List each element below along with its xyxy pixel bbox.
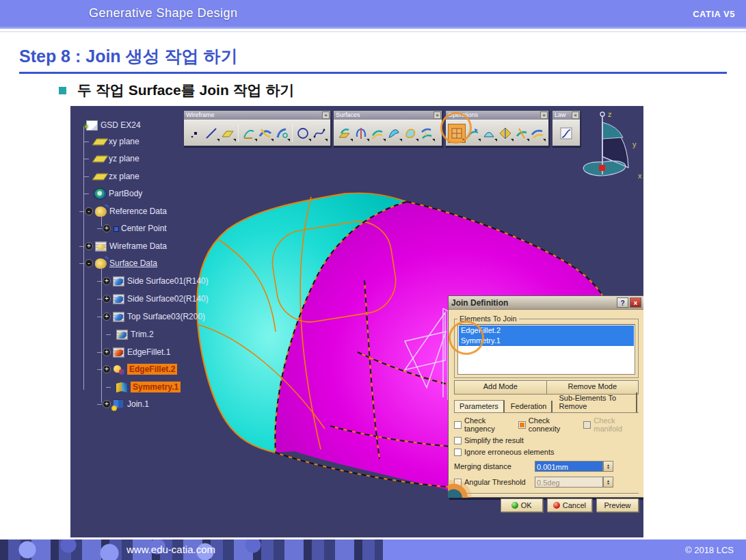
- reflect-line-icon[interactable]: [274, 124, 290, 142]
- point-icon[interactable]: [187, 124, 203, 142]
- bullet-icon: [59, 87, 66, 94]
- list-item-symmetry1[interactable]: Symmetry.1: [459, 336, 634, 346]
- revolve-icon[interactable]: [353, 124, 369, 142]
- compass-z-label: z: [608, 110, 612, 118]
- trim-icon[interactable]: [529, 124, 546, 142]
- tree-item-gsd-ex24[interactable]: GSD EX24: [101, 120, 141, 130]
- fill-icon[interactable]: [402, 124, 418, 142]
- dialog-titlebar[interactable]: Join Definition ? ×: [449, 296, 643, 310]
- list-item-edgefillet2[interactable]: EdgeFillet.2: [459, 325, 634, 336]
- merging-distance-input[interactable]: 0.001mm: [535, 461, 603, 472]
- spinner-icon[interactable]: [603, 461, 613, 472]
- add-mode-button[interactable]: Add Mode: [455, 381, 547, 394]
- toolbar-title[interactable]: Operations: [446, 111, 548, 120]
- disassemble-icon[interactable]: [497, 124, 514, 142]
- check-connexity-checkbox[interactable]: [518, 421, 526, 429]
- elements-listbox[interactable]: EdgeFillet.2 Symmetry.1: [457, 324, 635, 375]
- dialog-tabs: Parameters Federation Sub-Elements To Re…: [454, 399, 639, 413]
- tree-item-xy-plane[interactable]: xy plane: [109, 137, 139, 146]
- blend-icon[interactable]: [418, 124, 435, 142]
- help-icon[interactable]: ?: [617, 297, 628, 308]
- plane-icon: [92, 138, 109, 144]
- edgefillet-icon: [113, 364, 124, 375]
- copyright-label: © 2018 LCS: [685, 545, 734, 555]
- toolbar-title[interactable]: Surfaces: [334, 111, 442, 120]
- tree-item-center-point[interactable]: Center Point: [121, 224, 167, 233]
- dialog-body: Elements To Join EdgeFillet.2 Symmetry.1…: [449, 310, 643, 497]
- ignore-erroneous-checkbox[interactable]: [454, 449, 462, 456]
- tree-expand-toggle[interactable]: [103, 277, 111, 285]
- tree-item-reference-data[interactable]: Reference Data: [109, 206, 167, 216]
- tree-expand-toggle[interactable]: [103, 365, 111, 373]
- toolbar-surfaces: Surfaces: [333, 110, 442, 146]
- elements-group-label: Elements To Join: [457, 315, 519, 323]
- close-icon[interactable]: [322, 111, 330, 119]
- tree-row: Trim.2: [106, 328, 154, 341]
- tree-item-symmetry1-selected[interactable]: Symmetry.1: [131, 382, 181, 392]
- offset-icon[interactable]: [369, 124, 386, 142]
- tree-item-top-surface03[interactable]: Top Surface03(R200): [127, 312, 205, 321]
- toolbar-title[interactable]: Law: [552, 111, 580, 120]
- tree-expand-toggle[interactable]: [85, 207, 93, 215]
- close-icon[interactable]: [572, 111, 579, 119]
- tree-item-edgefillet1[interactable]: EdgeFillet.1: [127, 347, 170, 357]
- check-tangency-checkbox[interactable]: [454, 421, 462, 429]
- ok-button[interactable]: OK: [501, 498, 543, 512]
- cancel-icon: [553, 502, 560, 509]
- tree-item-surface-data[interactable]: Surface Data: [109, 258, 157, 268]
- preview-button[interactable]: Preview: [596, 498, 639, 512]
- check-tangency-label: Check tangency: [464, 416, 511, 433]
- law-icon[interactable]: [558, 124, 574, 142]
- parameters-panel: Check tangency Check connexity Check man…: [454, 413, 639, 488]
- intersection-icon[interactable]: [257, 124, 274, 142]
- toolbar-law: Law: [552, 110, 581, 146]
- tree-expand-toggle[interactable]: [85, 259, 93, 267]
- tab-sub-elements[interactable]: Sub-Elements To Remove: [554, 392, 637, 412]
- plane-icon: [92, 155, 109, 161]
- tree-item-side-surface02[interactable]: Side Surface02(R140): [127, 294, 209, 304]
- close-icon[interactable]: [434, 111, 441, 119]
- line-icon[interactable]: [203, 124, 219, 142]
- compass-x-label: x: [638, 172, 642, 180]
- close-icon[interactable]: [540, 111, 548, 119]
- tree-item-partbody[interactable]: PartBody: [109, 189, 142, 198]
- split-icon[interactable]: [514, 124, 530, 142]
- plane-icon[interactable]: [219, 124, 236, 142]
- compass[interactable]: z y x: [574, 107, 642, 195]
- projection-icon[interactable]: [241, 124, 257, 142]
- tree-expand-toggle[interactable]: [103, 312, 111, 321]
- tree-row: Surface Data: [79, 256, 157, 270]
- tree-expand-toggle[interactable]: [85, 242, 93, 250]
- tree-row: Reference Data: [79, 204, 167, 218]
- toolbar-operations: Operations: [445, 110, 549, 146]
- extrude-icon[interactable]: [336, 124, 353, 142]
- symmetry-icon: [116, 382, 128, 392]
- tree-expand-toggle[interactable]: [103, 224, 111, 232]
- healing-icon[interactable]: [465, 124, 481, 142]
- tree-item-trim2[interactable]: Trim.2: [131, 330, 154, 339]
- join-icon[interactable]: [449, 124, 465, 142]
- tree-expand-toggle[interactable]: [103, 348, 111, 356]
- tree-item-join1[interactable]: Join.1: [127, 399, 149, 409]
- cancel-button[interactable]: Cancel: [547, 498, 592, 512]
- toolbar-title[interactable]: Wireframe: [184, 111, 330, 120]
- tree-item-yz-plane[interactable]: yz plane: [109, 154, 139, 163]
- close-icon[interactable]: ×: [630, 297, 641, 308]
- tab-federation[interactable]: Federation: [506, 401, 553, 412]
- circle-icon[interactable]: [295, 124, 311, 142]
- untrim-icon[interactable]: [481, 124, 497, 142]
- simplify-result-checkbox[interactable]: [454, 437, 462, 444]
- catia-viewport: GSD EX24 xy plane yz plane zx plane Part: [70, 106, 643, 537]
- tree-item-edgefillet2-selected[interactable]: EdgeFillet.2: [127, 364, 177, 375]
- spline-icon[interactable]: [311, 124, 328, 142]
- tab-parameters[interactable]: Parameters: [454, 400, 505, 412]
- tree-expand-toggle[interactable]: [103, 400, 111, 408]
- tree-item-side-surface01[interactable]: Side Surface01(R140): [127, 276, 209, 286]
- tree-expand-toggle[interactable]: [103, 295, 111, 303]
- geometrical-set-icon: [95, 258, 107, 269]
- spinner-icon[interactable]: [603, 477, 613, 488]
- tree-item-zx-plane[interactable]: zx plane: [109, 172, 139, 181]
- sweep-icon[interactable]: [386, 124, 402, 142]
- ok-icon: [511, 502, 518, 509]
- tree-item-wireframe-data[interactable]: Wireframe Data: [109, 241, 167, 251]
